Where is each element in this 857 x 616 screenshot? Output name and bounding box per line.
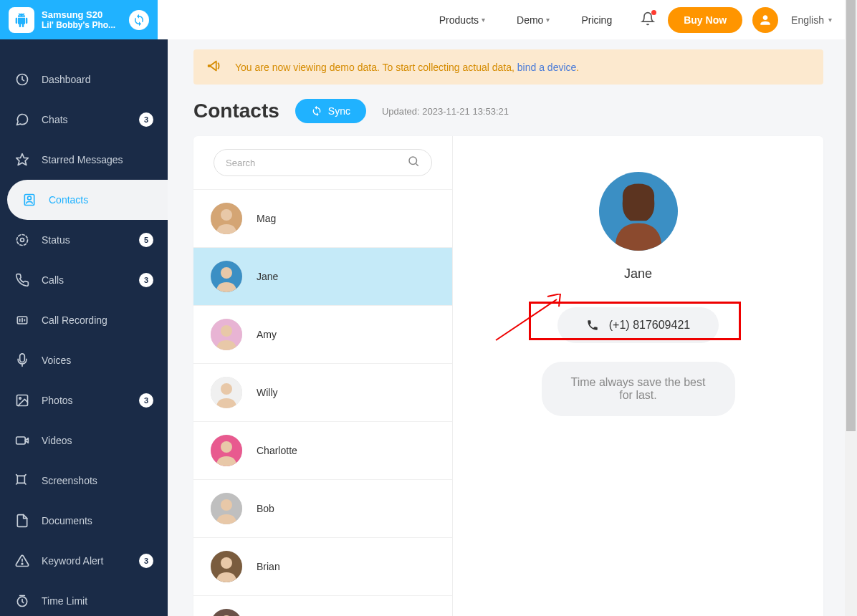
badge-count: 3 <box>139 554 153 568</box>
sidebar-item-status[interactable]: Status5 <box>0 220 168 260</box>
svg-point-23 <box>221 267 232 279</box>
notifications-icon[interactable] <box>641 11 655 29</box>
svg-point-4 <box>17 235 28 246</box>
updated-label: Updated: 2023-11-21 13:53:21 <box>382 106 509 117</box>
language-select[interactable]: English▾ <box>791 14 832 26</box>
phone-number[interactable]: (+1) 817609421 <box>557 307 719 343</box>
contact-avatar <box>211 551 242 582</box>
contact-row[interactable]: Jane <box>193 248 452 306</box>
contact-row[interactable]: Bob <box>193 480 452 538</box>
top-header: Samsung S20 Lil' Bobby's Pho... Products… <box>0 0 845 39</box>
svg-point-29 <box>221 441 232 453</box>
main-content: You are now viewing demo data. To start … <box>168 39 845 616</box>
search-box[interactable] <box>214 149 432 176</box>
contact-avatar <box>211 203 242 234</box>
sidebar-item-label: Chats <box>42 114 139 125</box>
contact-name: Bob <box>257 503 274 514</box>
sidebar-item-keyword-alert[interactable]: Keyword Alert3 <box>0 541 168 581</box>
sidebar-item-documents[interactable]: Documents <box>0 501 168 541</box>
sidebar-item-contacts[interactable]: Contacts <box>7 180 168 220</box>
badge-count: 3 <box>139 273 153 287</box>
device-name: Samsung S20 <box>42 9 125 20</box>
badge-count: 3 <box>139 393 153 408</box>
contact-avatar <box>211 319 242 350</box>
badge-count: 5 <box>139 233 153 247</box>
contacts-list: MagJaneAmyWillyCharlotteBobBrianSarano m… <box>193 189 452 616</box>
svg-point-18 <box>409 157 417 165</box>
svg-rect-34 <box>211 609 242 616</box>
page-title: Contacts <box>193 100 279 122</box>
contact-row[interactable]: Amy <box>193 306 452 364</box>
annotation-arrow <box>489 294 568 344</box>
svg-rect-13 <box>16 437 26 444</box>
detail-avatar <box>599 172 678 251</box>
detail-name: Jane <box>624 266 652 281</box>
sidebar-item-label: Status <box>42 234 139 246</box>
buy-now-button[interactable]: Buy Now <box>668 7 742 33</box>
search-icon <box>407 155 420 170</box>
sidebar-icon <box>14 232 30 248</box>
nav-pricing[interactable]: Pricing <box>565 14 628 26</box>
sidebar-item-chats[interactable]: Chats3 <box>0 100 168 140</box>
nav-demo[interactable]: Demo▾ <box>501 14 565 26</box>
sidebar-item-label: Dashboard <box>42 74 153 85</box>
status-text: Time always save the best for last. <box>542 362 735 416</box>
sidebar-item-voices[interactable]: Voices <box>0 340 168 380</box>
contact-row[interactable]: Charlotte <box>193 422 452 480</box>
sync-button[interactable]: Sync <box>295 99 366 123</box>
sidebar-item-videos[interactable]: Videos <box>0 420 168 461</box>
contact-avatar <box>211 493 242 524</box>
svg-point-5 <box>21 239 24 242</box>
svg-point-21 <box>221 209 232 221</box>
device-subtitle: Lil' Bobby's Pho... <box>42 20 125 30</box>
sidebar-icon <box>14 72 30 87</box>
contact-row[interactable]: Brian <box>193 538 452 596</box>
swap-device-icon[interactable] <box>129 10 149 30</box>
sidebar-item-screenshots[interactable]: Screenshots <box>0 461 168 501</box>
svg-point-3 <box>28 196 32 200</box>
contact-name: Brian <box>257 561 280 572</box>
svg-line-19 <box>416 163 418 165</box>
sidebar-icon <box>21 192 37 208</box>
sidebar-item-label: Documents <box>42 515 153 526</box>
contact-row[interactable]: Willy <box>193 364 452 422</box>
sidebar-icon <box>14 553 30 569</box>
search-input[interactable] <box>226 158 407 168</box>
sidebar-item-dashboard[interactable]: Dashboard <box>0 59 168 100</box>
chevron-down-icon: ▾ <box>482 16 485 24</box>
chevron-down-icon: ▾ <box>828 16 832 24</box>
sidebar-item-call-recording[interactable]: Call Recording <box>0 300 168 340</box>
contact-detail: Jane (+1) 817609421 Time always save the… <box>453 136 823 616</box>
sidebar-item-label: Contacts <box>49 194 153 206</box>
sidebar-icon <box>14 513 30 529</box>
sidebar-icon <box>14 312 30 328</box>
sidebar-icon <box>14 112 30 127</box>
contact-row[interactable]: Sara <box>193 596 452 616</box>
svg-point-27 <box>221 383 232 395</box>
sidebar-icon <box>14 352 30 368</box>
bind-device-link[interactable]: bind a device <box>517 62 577 73</box>
android-icon <box>9 7 34 33</box>
contact-avatar <box>211 435 242 466</box>
device-badge[interactable]: Samsung S20 Lil' Bobby's Pho... <box>0 0 158 39</box>
megaphone-icon <box>206 58 222 76</box>
svg-line-38 <box>496 299 557 340</box>
sidebar-item-label: Calls <box>42 274 139 286</box>
sidebar-item-label: Videos <box>42 435 153 446</box>
nav-products[interactable]: Products▾ <box>423 14 501 26</box>
sidebar-item-calls[interactable]: Calls3 <box>0 260 168 300</box>
contact-name: Charlotte <box>257 445 297 456</box>
sidebar-item-label: Voices <box>42 355 153 366</box>
svg-point-16 <box>21 563 23 564</box>
sidebar-icon <box>14 152 30 168</box>
notification-dot <box>651 10 656 15</box>
sidebar-item-photos[interactable]: Photos3 <box>0 380 168 420</box>
sidebar-item-label: Photos <box>42 395 139 406</box>
sidebar-item-starred-messages[interactable]: Starred Messages <box>0 140 168 180</box>
page-scrollbar[interactable] <box>845 0 857 616</box>
svg-point-33 <box>221 557 232 569</box>
contact-row[interactable]: Mag <box>193 189 452 248</box>
sidebar-item-time-limit[interactable]: Time Limit <box>0 581 168 616</box>
profile-avatar[interactable] <box>752 7 778 33</box>
sidebar-icon <box>14 473 30 489</box>
